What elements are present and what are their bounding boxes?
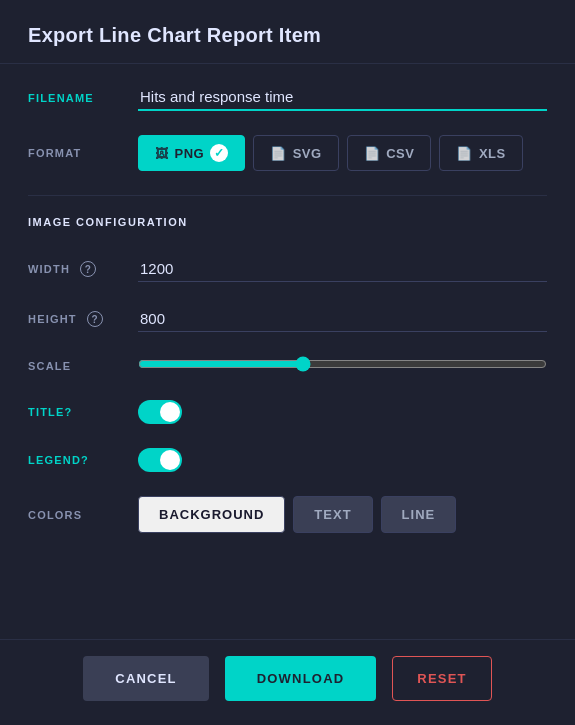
title-label: TITLE?	[28, 406, 138, 418]
format-row: FORMAT 🖼 PNG ✓ 📄 SVG 📄 CSV 📄 XLS	[28, 135, 547, 171]
filename-row: FILENAME	[28, 84, 547, 111]
image-config-header: IMAGE CONFIGURATION	[28, 216, 547, 236]
cancel-button[interactable]: CANCEL	[83, 656, 208, 701]
export-dialog: Export Line Chart Report Item FILENAME F…	[0, 0, 575, 725]
width-input[interactable]	[138, 256, 547, 282]
legend-row: LEGEND?	[28, 448, 547, 472]
dialog-header: Export Line Chart Report Item	[0, 0, 575, 64]
color-line-button[interactable]: LINE	[381, 496, 457, 533]
download-button[interactable]: DOWNLOAD	[225, 656, 377, 701]
title-toggle[interactable]	[138, 400, 182, 424]
xls-icon: 📄	[456, 146, 473, 161]
width-label: WIDTH ?	[28, 261, 138, 277]
format-label: FORMAT	[28, 147, 138, 159]
filename-label: FILENAME	[28, 92, 138, 104]
title-row: TITLE?	[28, 400, 547, 424]
legend-label: LEGEND?	[28, 454, 138, 466]
csv-label: CSV	[386, 146, 414, 161]
dialog-footer: CANCEL DOWNLOAD RESET	[0, 639, 575, 725]
png-check-icon: ✓	[210, 144, 228, 162]
svg-icon: 📄	[270, 146, 287, 161]
format-csv-button[interactable]: 📄 CSV	[347, 135, 432, 171]
color-background-button[interactable]: BACKGROUND	[138, 496, 285, 533]
section-divider	[28, 195, 547, 196]
height-label: HEIGHT ?	[28, 311, 138, 327]
width-row: WIDTH ?	[28, 256, 547, 282]
filename-input[interactable]	[138, 84, 547, 111]
height-row: HEIGHT ?	[28, 306, 547, 332]
format-png-button[interactable]: 🖼 PNG ✓	[138, 135, 245, 171]
colors-row: COLORS BACKGROUND TEXT LINE	[28, 496, 547, 533]
format-group: 🖼 PNG ✓ 📄 SVG 📄 CSV 📄 XLS	[138, 135, 523, 171]
width-help-icon: ?	[80, 261, 96, 277]
colors-label: COLORS	[28, 509, 138, 521]
reset-button[interactable]: RESET	[392, 656, 491, 701]
png-label: PNG	[175, 146, 205, 161]
height-help-icon: ?	[87, 311, 103, 327]
color-group: BACKGROUND TEXT LINE	[138, 496, 456, 533]
scale-slider[interactable]	[138, 356, 547, 372]
xls-label: XLS	[479, 146, 506, 161]
format-xls-button[interactable]: 📄 XLS	[439, 135, 522, 171]
scale-row: SCALE	[28, 356, 547, 376]
color-text-button[interactable]: TEXT	[293, 496, 372, 533]
format-svg-button[interactable]: 📄 SVG	[253, 135, 338, 171]
dialog-body: FILENAME FORMAT 🖼 PNG ✓ 📄 SVG 📄 CSV	[0, 64, 575, 639]
legend-toggle[interactable]	[138, 448, 182, 472]
png-icon: 🖼	[155, 146, 169, 161]
height-input[interactable]	[138, 306, 547, 332]
scale-slider-container	[138, 356, 547, 376]
dialog-title: Export Line Chart Report Item	[28, 24, 547, 47]
scale-label: SCALE	[28, 360, 138, 372]
csv-icon: 📄	[364, 146, 381, 161]
svg-label: SVG	[293, 146, 322, 161]
